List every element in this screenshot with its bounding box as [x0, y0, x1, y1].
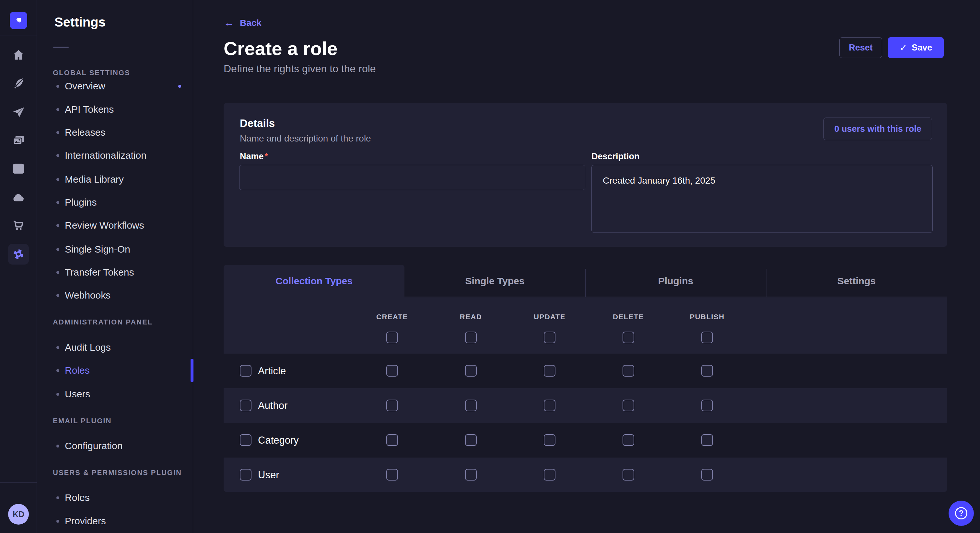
section-header: USERS & PERMISSIONS PLUGIN	[53, 468, 182, 477]
article-update-checkbox[interactable]	[544, 365, 555, 377]
sidebar-item-configuration[interactable]: Configuration	[37, 436, 193, 456]
bullet-icon	[56, 85, 59, 88]
author-create-checkbox[interactable]	[386, 400, 398, 411]
category-create-checkbox[interactable]	[386, 434, 398, 446]
select-row-category-checkbox[interactable]	[240, 434, 251, 446]
row-label: Author	[258, 388, 288, 423]
tab-settings[interactable]: Settings	[766, 265, 947, 297]
article-publish-checkbox[interactable]	[701, 365, 713, 377]
select-row-author-checkbox[interactable]	[240, 400, 251, 411]
author-publish-checkbox[interactable]	[701, 400, 713, 411]
category-read-checkbox[interactable]	[465, 434, 477, 446]
sidebar-item-internationalization[interactable]: Internationalization	[37, 145, 193, 166]
sidebar-item-overview[interactable]: Overview	[37, 76, 193, 97]
category-publish-checkbox[interactable]	[701, 434, 713, 446]
home-icon[interactable]	[11, 48, 25, 62]
title-underline	[53, 47, 69, 48]
tab-plugins[interactable]: Plugins	[585, 265, 766, 297]
sidebar-item-label: Single Sign-On	[65, 244, 130, 255]
layout-icon[interactable]	[11, 162, 25, 176]
tab-single-types[interactable]: Single Types	[404, 265, 585, 297]
sidebar-item-roles[interactable]: Roles	[37, 360, 193, 381]
sidebar-item-label: Providers	[65, 516, 106, 527]
sidebar-item-releases[interactable]: Releases	[37, 122, 193, 143]
sidebar-item-label: Releases	[65, 127, 105, 138]
sidebar-item-providers[interactable]: Providers	[37, 511, 193, 531]
cart-icon[interactable]	[11, 218, 25, 233]
icon-rail: KD	[0, 0, 37, 533]
user-publish-checkbox[interactable]	[701, 469, 713, 481]
column-header-update: UPDATE	[514, 313, 585, 321]
category-update-checkbox[interactable]	[544, 434, 555, 446]
sidebar-item-label: API Tokens	[65, 104, 114, 115]
paper-plane-icon[interactable]	[11, 105, 25, 119]
name-input[interactable]	[239, 165, 585, 190]
author-delete-checkbox[interactable]	[622, 400, 634, 411]
sidebar-item-label: Media Library	[65, 174, 124, 185]
select-all-read-checkbox[interactable]	[465, 332, 477, 343]
bullet-icon	[56, 444, 59, 447]
description-textarea[interactable]: Created January 16th, 2025	[592, 165, 933, 233]
column-header-create: CREATE	[356, 313, 428, 321]
save-button[interactable]: ✓ Save	[888, 37, 944, 58]
help-button[interactable]: ?	[948, 501, 974, 526]
permissions-panel: CREATEREADUPDATEDELETEPUBLISH ArticleAut…	[224, 297, 947, 492]
select-all-delete-checkbox[interactable]	[622, 332, 634, 343]
user-read-checkbox[interactable]	[465, 469, 477, 481]
sidebar-item-review-workflows[interactable]: Review Workflows	[37, 215, 193, 236]
user-delete-checkbox[interactable]	[622, 469, 634, 481]
rail-divider	[0, 36, 37, 36]
feather-icon[interactable]	[11, 76, 25, 90]
bullet-icon	[56, 224, 59, 227]
media-library-icon[interactable]	[11, 133, 25, 148]
user-update-checkbox[interactable]	[544, 469, 555, 481]
sidebar-item-media-library[interactable]: Media Library	[37, 169, 193, 190]
back-link[interactable]: ← Back	[224, 17, 261, 29]
sidebar-item-label: Webhooks	[65, 290, 110, 301]
article-create-checkbox[interactable]	[386, 365, 398, 377]
sidebar-item-label: Overview	[65, 81, 105, 92]
bullet-icon	[56, 271, 59, 274]
sidebar-item-webhooks[interactable]: Webhooks	[37, 285, 193, 306]
reset-button[interactable]: Reset	[839, 37, 882, 58]
sidebar-item-audit-logs[interactable]: Audit Logs	[37, 337, 193, 358]
column-header-delete: DELETE	[593, 313, 664, 321]
sidebar-item-transfer-tokens[interactable]: Transfer Tokens	[37, 262, 193, 283]
subnav-title: Settings	[54, 15, 106, 30]
article-read-checkbox[interactable]	[465, 365, 477, 377]
user-create-checkbox[interactable]	[386, 469, 398, 481]
permission-row-user: User	[224, 458, 947, 492]
select-row-user-checkbox[interactable]	[240, 469, 251, 481]
settings-icon[interactable]	[8, 244, 29, 265]
notification-dot	[178, 85, 181, 88]
author-read-checkbox[interactable]	[465, 400, 477, 411]
author-update-checkbox[interactable]	[544, 400, 555, 411]
category-delete-checkbox[interactable]	[622, 434, 634, 446]
tab-collection-types[interactable]: Collection Types	[224, 265, 404, 297]
sidebar-item-label: Configuration	[65, 440, 123, 451]
sidebar-item-api-tokens[interactable]: API Tokens	[37, 99, 193, 120]
sidebar-item-plugins[interactable]: Plugins	[37, 192, 193, 213]
sidebar-item-roles[interactable]: Roles	[37, 487, 193, 508]
bullet-icon	[56, 154, 59, 157]
select-all-create-checkbox[interactable]	[386, 332, 398, 343]
details-subtitle: Name and description of the role	[240, 133, 371, 144]
row-label: Article	[258, 354, 286, 388]
users-with-role-button[interactable]: 0 users with this role	[824, 117, 932, 140]
cloud-icon[interactable]	[11, 190, 25, 205]
sidebar-item-users[interactable]: Users	[37, 384, 193, 405]
check-icon: ✓	[900, 43, 907, 53]
select-all-publish-checkbox[interactable]	[701, 332, 713, 343]
avatar[interactable]: KD	[8, 504, 29, 525]
row-label: User	[258, 458, 279, 492]
select-row-article-checkbox[interactable]	[240, 365, 251, 377]
article-delete-checkbox[interactable]	[622, 365, 634, 377]
sidebar-item-label: Review Workflows	[65, 220, 144, 231]
bullet-icon	[56, 369, 59, 372]
section-header: ADMINISTRATION PANEL	[53, 318, 153, 327]
sidebar-item-single-sign-on[interactable]: Single Sign-On	[37, 239, 193, 260]
bullet-icon	[56, 497, 59, 499]
select-all-update-checkbox[interactable]	[544, 332, 555, 343]
strapi-logo[interactable]	[10, 12, 27, 29]
sidebar-item-label: Plugins	[65, 197, 97, 208]
